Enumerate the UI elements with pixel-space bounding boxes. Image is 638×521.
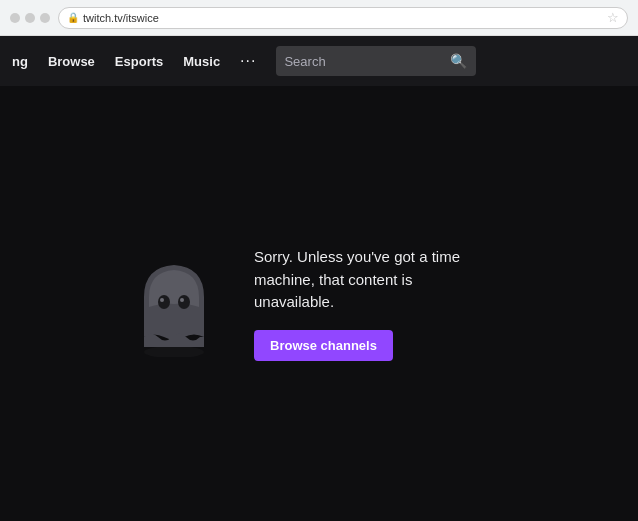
- browser-dot-minimize: [25, 13, 35, 23]
- search-icon: 🔍: [450, 53, 467, 69]
- browser-dots: [10, 13, 50, 23]
- main-content: Sorry. Unless you've got a time machine,…: [0, 86, 638, 521]
- error-text-container: Sorry. Unless you've got a time machine,…: [254, 246, 494, 361]
- navbar: ng Browse Esports Music ··· 🔍: [0, 36, 638, 86]
- address-bar[interactable]: 🔒 twitch.tv/itswice ☆: [58, 7, 628, 29]
- nav-more-button[interactable]: ···: [240, 52, 256, 70]
- browser-dot-close: [10, 13, 20, 23]
- svg-point-2: [178, 295, 190, 309]
- browser-chrome: 🔒 twitch.tv/itswice ☆: [0, 0, 638, 36]
- search-input[interactable]: [284, 54, 444, 69]
- svg-point-0: [144, 346, 204, 357]
- browser-dot-maximize: [40, 13, 50, 23]
- error-message: Sorry. Unless you've got a time machine,…: [254, 246, 494, 314]
- ghost-svg: [124, 247, 224, 357]
- lock-icon: 🔒: [67, 12, 79, 23]
- nav-item-browse[interactable]: Browse: [48, 54, 95, 69]
- browse-channels-button[interactable]: Browse channels: [254, 330, 393, 361]
- nav-item-ng[interactable]: ng: [12, 54, 28, 69]
- svg-point-1: [158, 295, 170, 309]
- error-container: Sorry. Unless you've got a time machine,…: [124, 246, 494, 361]
- nav-item-esports[interactable]: Esports: [115, 54, 163, 69]
- svg-point-4: [180, 298, 184, 302]
- url-text: twitch.tv/itswice: [83, 12, 159, 24]
- star-icon[interactable]: ☆: [607, 10, 619, 25]
- ghost-illustration: [124, 247, 224, 361]
- search-container[interactable]: 🔍: [276, 46, 476, 76]
- nav-item-music[interactable]: Music: [183, 54, 220, 69]
- svg-point-3: [160, 298, 164, 302]
